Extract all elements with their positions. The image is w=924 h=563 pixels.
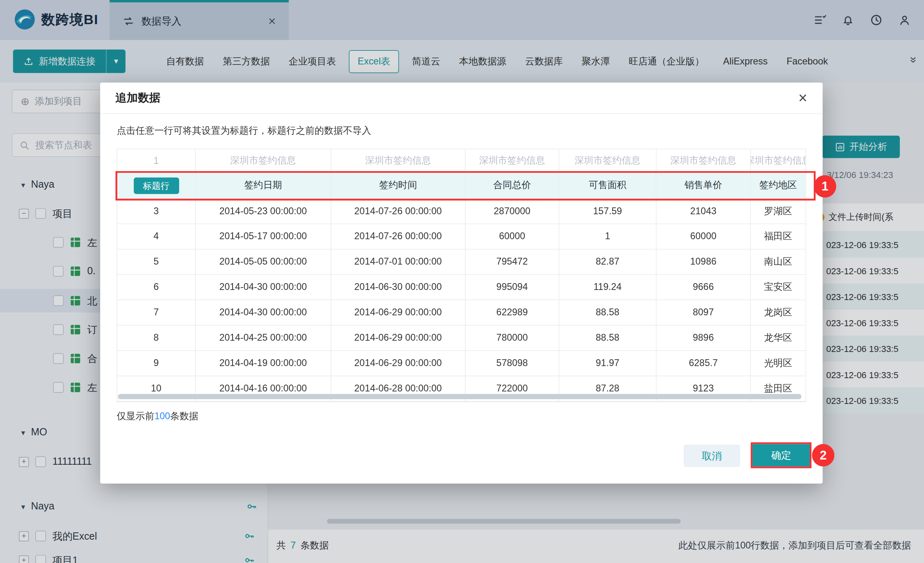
table-row-source-header[interactable]: 1 深圳市签约信息 深圳市签约信息 深圳市签约信息 深圳市签约信息 深圳市签约信… — [117, 149, 805, 173]
annotation-step-1: 1 — [814, 175, 836, 198]
sign-time-cell: 2014-07-26 00:00:00 — [331, 199, 466, 224]
region-cell: 福田区 — [751, 224, 805, 249]
sign-date-cell: 2014-04-25 00:00:00 — [196, 325, 331, 351]
region-cell: 龙华区 — [751, 325, 805, 351]
confirm-button[interactable]: 确定 — [753, 444, 810, 467]
source-header-cell: 深圳市签约信息 — [196, 149, 331, 173]
table-row[interactable]: 7 2014-04-30 00:00:00 2014-06-29 00:00:0… — [117, 300, 805, 325]
table-row[interactable]: 5 2014-05-05 00:00:00 2014-07-01 00:00:0… — [117, 249, 805, 275]
contract-total-cell: 995094 — [466, 275, 559, 300]
sellable-area-cell: 91.97 — [559, 351, 657, 376]
row-index-cell: 9 — [117, 351, 196, 376]
cancel-button[interactable]: 取消 — [684, 445, 740, 467]
preview-table: 1 深圳市签约信息 深圳市签约信息 深圳市签约信息 深圳市签约信息 深圳市签约信… — [117, 149, 806, 402]
confirm-annotation-box: 确定 — [751, 442, 811, 468]
unit-price-cell: 9666 — [656, 275, 751, 300]
stage: 数跨境BI 数据导入 × — [0, 0, 924, 563]
row-index-cell: 6 — [117, 275, 196, 300]
sellable-area-cell: 82.87 — [559, 249, 657, 275]
region-cell: 龙岗区 — [751, 300, 805, 325]
region-cell: 宝安区 — [751, 275, 805, 300]
contract-total-cell: 2870000 — [466, 199, 559, 224]
column-header-cell: 合同总价 — [466, 173, 559, 199]
column-header-cell: 销售单价 — [656, 173, 751, 199]
row-index-cell: 1 — [117, 149, 196, 173]
sellable-area-cell: 119.24 — [559, 275, 657, 300]
region-cell: 南山区 — [751, 249, 805, 275]
unit-price-cell: 60000 — [656, 224, 751, 249]
column-header-cell: 签约地区 — [751, 173, 805, 199]
contract-total-cell: 780000 — [466, 325, 559, 351]
close-icon[interactable]: × — [798, 90, 807, 106]
sign-date-cell: 2014-05-17 00:00:00 — [196, 224, 331, 249]
modal-header: 追加数据 × — [100, 83, 823, 114]
source-header-cell: 深圳市签约信息 — [559, 149, 657, 173]
shown-rows-note: 仅显示前100条数据 — [117, 410, 198, 423]
contract-total-cell: 795472 — [466, 249, 559, 275]
sign-time-cell: 2014-06-29 00:00:00 — [331, 351, 466, 376]
annotation-step-2: 2 — [812, 444, 835, 467]
table-row[interactable]: 8 2014-04-25 00:00:00 2014-06-29 00:00:0… — [117, 325, 805, 351]
sellable-area-cell: 88.58 — [559, 325, 657, 351]
sign-date-cell: 2014-04-30 00:00:00 — [196, 275, 331, 300]
sign-time-cell: 2014-07-01 00:00:00 — [331, 249, 466, 275]
sign-date-cell: 2014-04-19 00:00:00 — [196, 351, 331, 376]
append-data-modal: 追加数据 × 点击任意一行可将其设置为标题行，标题行之前的数据不导入 1 深圳市… — [100, 83, 823, 484]
unit-price-cell: 9896 — [656, 325, 751, 351]
sign-time-cell: 2014-06-29 00:00:00 — [331, 325, 466, 351]
title-row-badge: 标题行 — [134, 177, 179, 194]
source-header-cell: 深圳市签约信息 — [331, 149, 466, 173]
sellable-area-cell: 88.58 — [559, 300, 657, 325]
modal-hint: 点击任意一行可将其设置为标题行，标题行之前的数据不导入 — [117, 125, 371, 137]
sign-date-cell: 2014-04-30 00:00:00 — [196, 300, 331, 325]
source-header-cell: 深圳市签约信息 — [656, 149, 751, 173]
row-index-cell: 7 — [117, 300, 196, 325]
table-row[interactable]: 3 2014-05-23 00:00:00 2014-07-26 00:00:0… — [117, 199, 805, 224]
sign-time-cell: 2014-06-30 00:00:00 — [331, 275, 466, 300]
sign-date-cell: 2014-05-23 00:00:00 — [196, 199, 331, 224]
source-header-cell: 深圳市签约信息 — [751, 149, 805, 173]
table-row[interactable]: 4 2014-05-17 00:00:00 2014-07-26 00:00:0… — [117, 224, 805, 249]
column-header-cell: 签约日期 — [196, 173, 331, 199]
column-header-cell: 可售面积 — [559, 173, 657, 199]
viewport: 数跨境BI 数据导入 × — [0, 0, 924, 563]
source-header-cell: 深圳市签约信息 — [466, 149, 559, 173]
sign-time-cell: 2014-07-26 00:00:00 — [331, 224, 466, 249]
sellable-area-cell: 157.59 — [559, 199, 657, 224]
sign-date-cell: 2014-05-05 00:00:00 — [196, 249, 331, 275]
unit-price-cell: 10986 — [656, 249, 751, 275]
contract-total-cell: 622989 — [466, 300, 559, 325]
column-header-cell: 签约时间 — [331, 173, 466, 199]
table-row[interactable]: 9 2014-04-19 00:00:00 2014-06-29 00:00:0… — [117, 351, 805, 376]
row-index-cell: 3 — [117, 199, 196, 224]
table-horizontal-scrollbar[interactable] — [118, 394, 802, 399]
sign-time-cell: 2014-06-29 00:00:00 — [331, 300, 466, 325]
modal-title: 追加数据 — [116, 90, 160, 106]
unit-price-cell: 8097 — [656, 300, 751, 325]
contract-total-cell: 578098 — [466, 351, 559, 376]
title-row-badge-cell: 标题行 — [117, 173, 196, 199]
contract-total-cell: 60000 — [466, 224, 559, 249]
region-cell: 罗湖区 — [751, 199, 805, 224]
unit-price-cell: 21043 — [656, 199, 751, 224]
table-row-title-selected[interactable]: 标题行 签约日期 签约时间 合同总价 可售面积 销售单价 签约地区 — [117, 173, 805, 199]
row-index-cell: 8 — [117, 325, 196, 351]
row-index-cell: 4 — [117, 224, 196, 249]
row-index-cell: 5 — [117, 249, 196, 275]
sellable-area-cell: 1 — [559, 224, 657, 249]
table-row[interactable]: 6 2014-04-30 00:00:00 2014-06-30 00:00:0… — [117, 275, 805, 300]
region-cell: 光明区 — [751, 351, 805, 376]
unit-price-cell: 6285.7 — [656, 351, 751, 376]
